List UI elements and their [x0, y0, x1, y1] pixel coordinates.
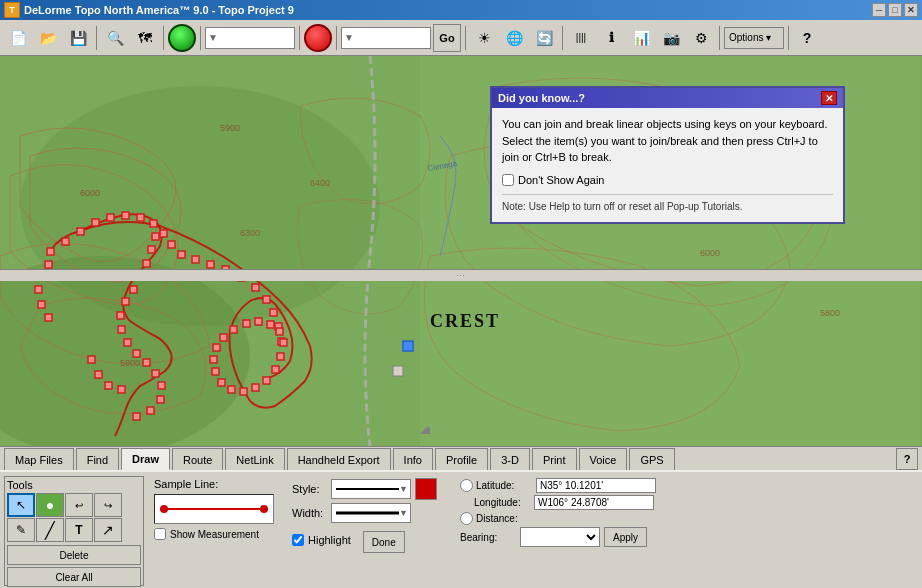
map-button[interactable]: 🗺: [131, 24, 159, 52]
separator-2: [163, 26, 164, 50]
search-dropdown[interactable]: ▼: [341, 27, 431, 49]
options-dropdown[interactable]: Options ▾: [724, 27, 784, 49]
tab-netlink[interactable]: NetLink: [225, 448, 284, 470]
tab-route[interactable]: Route: [172, 448, 223, 470]
tab-gps[interactable]: GPS: [629, 448, 674, 470]
svg-rect-21: [122, 212, 129, 219]
refresh-button[interactable]: 🔄: [530, 24, 558, 52]
done-button[interactable]: Done: [363, 531, 405, 553]
help-button[interactable]: ?: [793, 24, 821, 52]
svg-rect-68: [133, 413, 140, 420]
svg-rect-52: [280, 339, 287, 346]
svg-rect-78: [403, 341, 413, 351]
tab-draw[interactable]: Draw: [121, 448, 170, 470]
svg-rect-79: [393, 366, 403, 376]
tab-handheld-export[interactable]: Handheld Export: [287, 448, 391, 470]
tool-draw-green[interactable]: ●: [36, 493, 64, 517]
svg-rect-62: [133, 350, 140, 357]
tabs-bar: Map Files Find Draw Route NetLink Handhe…: [0, 446, 922, 470]
distance-value: [536, 517, 656, 521]
tab-3d[interactable]: 3-D: [490, 448, 530, 470]
svg-rect-16: [47, 248, 54, 255]
tool-undo[interactable]: ↩: [65, 493, 93, 517]
svg-rect-17: [62, 238, 69, 245]
dialog-text: You can join and break linear objects us…: [502, 116, 833, 166]
tool-redo[interactable]: ↪: [94, 493, 122, 517]
longitude-label: Longitude:: [474, 497, 534, 508]
svg-rect-46: [220, 334, 227, 341]
sun-button[interactable]: ☀: [470, 24, 498, 52]
save-button[interactable]: 💾: [64, 24, 92, 52]
svg-text:5800: 5800: [820, 308, 840, 318]
settings-button[interactable]: ⚙: [687, 24, 715, 52]
bearing-dropdown[interactable]: [520, 527, 600, 547]
close-button[interactable]: ✕: [904, 3, 918, 17]
ruler-button[interactable]: ||||: [567, 24, 595, 52]
app-title: DeLorme Topo North America™ 9.0 - Topo P…: [24, 4, 872, 16]
stop-button[interactable]: [304, 24, 332, 52]
camera-button[interactable]: 📷: [657, 24, 685, 52]
latitude-row: Latitude: N35° 10.1201': [460, 478, 656, 493]
svg-rect-54: [148, 246, 155, 253]
svg-rect-67: [147, 407, 154, 414]
svg-rect-50: [267, 321, 274, 328]
tool-T[interactable]: T: [65, 518, 93, 542]
go-button[interactable]: Go: [433, 24, 461, 52]
dont-show-again-checkbox[interactable]: [502, 174, 514, 186]
tool-line[interactable]: ╱: [36, 518, 64, 542]
tool-pencil[interactable]: ✎: [7, 518, 35, 542]
map-area[interactable]: 5900 6000 6100 5900 5800 5900 6000 5800 …: [0, 56, 922, 446]
svg-rect-60: [118, 326, 125, 333]
window-controls[interactable]: ─ □ ✕: [872, 3, 918, 17]
minimize-button[interactable]: ─: [872, 3, 886, 17]
distance-radio[interactable]: [460, 512, 473, 525]
map-scroll-handle[interactable]: ···: [0, 269, 922, 281]
globe-button[interactable]: 🌐: [500, 24, 528, 52]
tab-profile[interactable]: Profile: [435, 448, 488, 470]
distance-label: Distance:: [476, 513, 536, 524]
delete-button[interactable]: Delete: [7, 545, 141, 565]
app-icon: T: [4, 2, 20, 18]
did-you-know-dialog: Did you know...? ✕ You can join and brea…: [490, 86, 845, 224]
style-dropdown[interactable]: ▼: [331, 479, 411, 499]
drawing-overlay: [0, 56, 430, 446]
width-dropdown[interactable]: ▼: [331, 503, 411, 523]
dialog-close-button[interactable]: ✕: [821, 91, 837, 105]
distance-row: Distance:: [460, 512, 656, 525]
apply-button[interactable]: Apply: [604, 527, 647, 547]
svg-rect-28: [207, 261, 214, 268]
separator-9: [788, 26, 789, 50]
tab-voice[interactable]: Voice: [579, 448, 628, 470]
svg-rect-20: [107, 214, 114, 221]
chart-button[interactable]: 📊: [627, 24, 655, 52]
maximize-button[interactable]: □: [888, 3, 902, 17]
tab-find[interactable]: Find: [76, 448, 119, 470]
new-button[interactable]: 📄: [4, 24, 32, 52]
highlight-checkbox[interactable]: [292, 534, 304, 546]
svg-rect-38: [263, 377, 270, 384]
info-button[interactable]: ℹ: [597, 24, 625, 52]
svg-rect-44: [210, 356, 217, 363]
show-measurement-checkbox[interactable]: [154, 528, 166, 540]
svg-rect-23: [150, 220, 157, 227]
tab-info[interactable]: Info: [393, 448, 433, 470]
svg-rect-72: [118, 386, 125, 393]
record-button[interactable]: [168, 24, 196, 52]
svg-rect-69: [88, 356, 95, 363]
tool-cursor[interactable]: ↗: [94, 518, 122, 542]
tab-map-files[interactable]: Map Files: [4, 448, 74, 470]
latitude-label: Latitude:: [476, 480, 536, 491]
location-dropdown[interactable]: ▼: [205, 27, 295, 49]
style-color-swatch[interactable]: [415, 478, 437, 500]
svg-rect-27: [192, 256, 199, 263]
clear-all-button[interactable]: Clear All: [7, 567, 141, 587]
zoom-button[interactable]: 🔍: [101, 24, 129, 52]
tab-help-button[interactable]: ?: [896, 448, 918, 470]
tool-pointer[interactable]: ↖: [7, 493, 35, 517]
svg-rect-53: [152, 233, 159, 240]
position-section: Latitude: N35° 10.1201' Longitude: W106°…: [458, 476, 658, 586]
open-button[interactable]: 📂: [34, 24, 62, 52]
latitude-radio[interactable]: [460, 479, 473, 492]
svg-rect-57: [130, 286, 137, 293]
tab-print[interactable]: Print: [532, 448, 577, 470]
